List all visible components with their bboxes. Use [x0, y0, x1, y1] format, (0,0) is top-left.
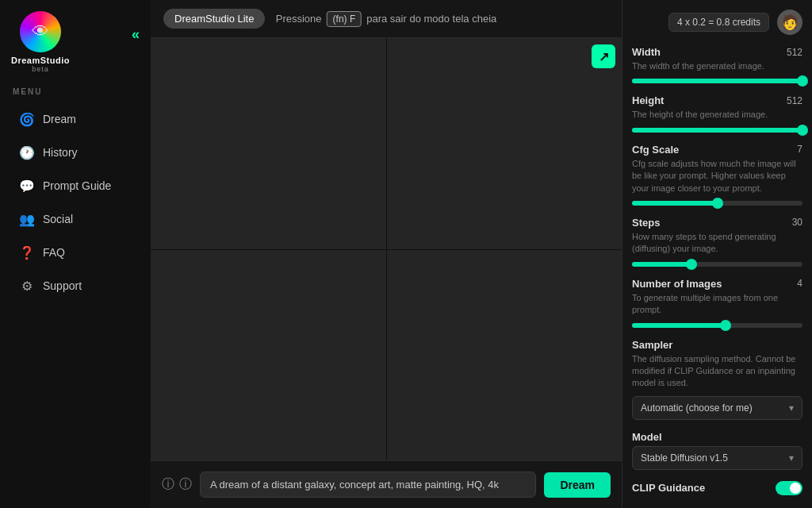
dream-icon: 🌀	[19, 111, 35, 127]
num-images-header: Number of Images 4	[632, 278, 802, 290]
credits-value: 4 x 0.2 = 0.8	[677, 17, 730, 28]
clip-guidance-setting: CLIP Guidance	[632, 481, 802, 495]
prompt-area: ⓘ ⓘ Dream	[151, 460, 622, 508]
sampler-select[interactable]: Automatic (choose for me) ▾	[632, 396, 802, 420]
logo-text: DreamStudio	[11, 56, 70, 65]
cfg-scale-slider-fill	[632, 201, 718, 206]
steps-slider-fill	[632, 262, 691, 267]
num-images-label: Number of Images	[632, 278, 722, 290]
credits-badge: 4 x 0.2 = 0.8 credits	[668, 13, 769, 32]
cfg-scale-slider-thumb[interactable]	[712, 198, 723, 209]
sampler-desc: The diffusion sampling method. Cannot be…	[632, 353, 802, 390]
sidebar: 👁 DreamStudio beta « MENU 🌀 Dream 🕐 Hist…	[0, 0, 151, 508]
num-images-desc: To generate multiple images from one pro…	[632, 292, 802, 317]
height-header: Height 512	[632, 94, 802, 106]
sidebar-item-faq-label: FAQ	[43, 246, 65, 259]
toggle-knob	[790, 483, 801, 494]
width-slider-fill	[632, 79, 802, 83]
social-icon: 👥	[19, 211, 35, 227]
right-panel: 4 x 0.2 = 0.8 credits 🧑 Width 512 The wi…	[622, 0, 812, 508]
prompt-input[interactable]	[200, 471, 536, 498]
sidebar-item-social[interactable]: 👥 Social	[6, 203, 144, 235]
sidebar-item-social-label: Social	[43, 213, 73, 225]
logo: 👁 DreamStudio beta	[11, 11, 70, 73]
notice-post-text: para sair do modo tela cheia	[366, 13, 496, 25]
dream-button[interactable]: Dream	[544, 472, 611, 498]
main-content: DreamStudio Lite Pressione (fn) F para s…	[151, 0, 622, 508]
logo-beta: beta	[32, 65, 49, 73]
cfg-scale-label: Cfg Scale	[632, 144, 679, 156]
height-setting: Height 512 The height of the generated i…	[632, 94, 802, 132]
width-desc: The width of the generated image.	[632, 60, 802, 72]
sidebar-item-prompt-guide-label: Prompt Guide	[43, 179, 111, 192]
canvas-area: ↗	[151, 38, 622, 460]
sidebar-item-support[interactable]: ⚙ Support	[6, 270, 144, 302]
sampler-selected-value: Automatic (choose for me)	[641, 402, 753, 414]
model-selected-value: Stable Diffusion v1.5	[641, 452, 728, 464]
canvas-cell-4	[387, 250, 622, 461]
height-slider[interactable]	[632, 128, 802, 133]
canvas-cell-3	[151, 250, 386, 461]
sidebar-header: 👁 DreamStudio beta «	[0, 0, 151, 81]
sidebar-item-history-label: History	[43, 146, 78, 159]
app-badge: DreamStudio Lite	[163, 9, 265, 29]
cfg-scale-setting: Cfg Scale 7 Cfg scale adjusts how much t…	[632, 144, 802, 206]
height-slider-fill	[632, 128, 802, 133]
cfg-scale-desc: Cfg scale adjusts how much the image wil…	[632, 158, 802, 194]
width-slider-thumb[interactable]	[797, 75, 808, 87]
height-desc: The height of the generated image.	[632, 109, 802, 121]
sampler-label: Sampler	[632, 339, 672, 351]
notice-pre-text: Pressione	[276, 13, 322, 25]
support-icon: ⚙	[19, 278, 35, 294]
expand-button[interactable]: ↗	[592, 44, 615, 68]
model-label: Model	[632, 431, 662, 443]
sidebar-item-dream-label: Dream	[43, 113, 76, 125]
width-slider[interactable]	[632, 79, 802, 83]
prompt-guide-icon: 💬	[19, 178, 35, 194]
top-bar: DreamStudio Lite Pressione (fn) F para s…	[151, 0, 622, 38]
num-images-slider-thumb[interactable]	[720, 320, 731, 331]
faq-icon: ❓	[19, 244, 35, 260]
model-dropdown-arrow: ▾	[789, 452, 794, 464]
num-images-value: 4	[797, 278, 802, 289]
prompt-icons: ⓘ ⓘ	[162, 476, 192, 493]
credits-header: 4 x 0.2 = 0.8 credits 🧑	[632, 10, 802, 35]
logo-circle: 👁	[20, 11, 61, 52]
steps-desc: How many steps to spend generating (diff…	[632, 231, 802, 256]
width-header: Width 512	[632, 46, 802, 58]
sidebar-item-support-label: Support	[43, 279, 82, 292]
canvas-cell-1	[151, 38, 386, 249]
height-value: 512	[787, 95, 802, 106]
height-slider-thumb[interactable]	[797, 125, 808, 136]
key-combo-badge: (fn) F	[327, 11, 362, 27]
sidebar-item-prompt-guide[interactable]: 💬 Prompt Guide	[6, 170, 144, 202]
width-label: Width	[632, 46, 661, 58]
model-header: Model	[632, 431, 802, 443]
sampler-setting: Sampler The diffusion sampling method. C…	[632, 339, 802, 420]
cfg-scale-slider[interactable]	[632, 201, 802, 206]
width-setting: Width 512 The width of the generated ima…	[632, 46, 802, 83]
num-images-slider[interactable]	[632, 323, 802, 328]
history-icon: 🕐	[19, 144, 35, 160]
sidebar-item-history[interactable]: 🕐 History	[6, 137, 144, 168]
sidebar-item-dream[interactable]: 🌀 Dream	[6, 103, 144, 135]
credits-suffix: credits	[733, 17, 760, 28]
height-label: Height	[632, 94, 664, 106]
collapse-button[interactable]: «	[132, 26, 140, 43]
cfg-scale-value: 7	[797, 144, 802, 155]
steps-value: 30	[792, 217, 802, 228]
avatar[interactable]: 🧑	[777, 10, 802, 35]
info2-icon-button[interactable]: ⓘ	[179, 476, 192, 493]
fullscreen-notice: Pressione (fn) F para sair do modo tela …	[276, 11, 497, 27]
sidebar-item-faq[interactable]: ❓ FAQ	[6, 237, 144, 268]
sampler-dropdown-arrow: ▾	[789, 402, 794, 414]
menu-label: MENU	[0, 81, 151, 102]
steps-slider-thumb[interactable]	[686, 259, 697, 270]
steps-slider[interactable]	[632, 262, 802, 267]
clip-guidance-toggle[interactable]	[776, 481, 802, 495]
steps-label: Steps	[632, 217, 660, 229]
model-select[interactable]: Stable Diffusion v1.5 ▾	[632, 446, 802, 470]
info-icon-button[interactable]: ⓘ	[162, 476, 174, 493]
num-images-slider-fill	[632, 323, 726, 328]
model-setting: Model Stable Diffusion v1.5 ▾	[632, 431, 802, 470]
